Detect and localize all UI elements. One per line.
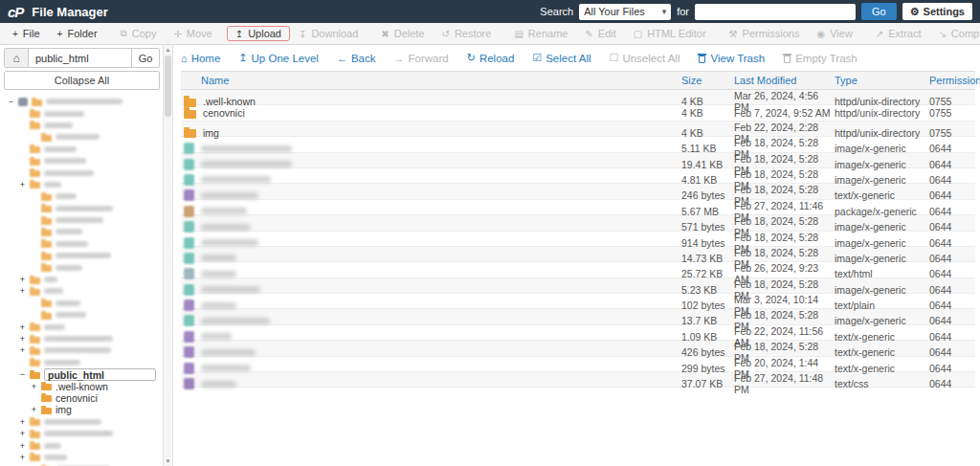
search-go-button[interactable]: Go (861, 3, 897, 20)
file-row[interactable]: 13.7 KBFeb 18, 2024, 5:28 PMimage/x-gene… (181, 309, 975, 324)
tree-item-redacted[interactable]: + (4, 274, 160, 285)
tree-item-cenovnici[interactable]: cenovnici (4, 392, 160, 404)
tree-item-redacted[interactable] (4, 166, 160, 178)
column-header-last-modified[interactable]: Last Modified (734, 75, 835, 86)
expand-icon[interactable]: + (19, 429, 26, 438)
search-input[interactable] (695, 4, 856, 20)
file-row[interactable]: .well-known4 KBMar 26, 2024, 4:56 PMhttp… (181, 90, 975, 105)
file-row[interactable]: 571 bytesFeb 18, 2024, 5:28 PMimage/x-ge… (181, 215, 975, 231)
tree-item-redacted[interactable]: − (4, 96, 160, 107)
file-row[interactable]: 426 bytesFeb 18, 2024, 5:28 PMtext/x-gen… (181, 341, 975, 356)
tree-item-redacted[interactable] (4, 203, 160, 214)
tree-item-redacted[interactable] (4, 214, 160, 226)
file-row[interactable]: cenovnici4 KBFeb 7, 2024, 9:52 AMhttpd/u… (181, 105, 975, 121)
tree-item-redacted[interactable]: + (4, 416, 160, 428)
up-one-level-button[interactable]: ↥Up One Level (238, 52, 319, 64)
expand-icon[interactable]: + (19, 275, 26, 284)
tree-item-redacted[interactable] (4, 226, 160, 237)
expand-icon[interactable]: + (19, 286, 26, 296)
sidebar-scrollbar[interactable]: ▲ ▼ (163, 45, 173, 466)
expand-icon[interactable]: + (19, 180, 26, 189)
tree-item-redacted[interactable] (4, 250, 160, 261)
collapse-all-button[interactable]: Collapse All (4, 71, 160, 90)
tree-item-redacted[interactable] (4, 144, 160, 155)
file-row[interactable]: 1.09 KBFeb 22, 2024, 11:56 AMtext/x-gene… (181, 325, 975, 341)
column-header-permissions[interactable]: Permissions (929, 75, 975, 86)
scroll-down-arrow[interactable]: ▼ (166, 457, 171, 465)
tree-item-redacted[interactable]: + (4, 179, 160, 190)
scroll-up-arrow[interactable]: ▲ (166, 46, 171, 54)
select-all-button[interactable]: ☑Select All (532, 52, 590, 64)
reload-button[interactable]: ↻Reload (467, 52, 515, 64)
file-row[interactable]: 14.73 KBFeb 18, 2024, 5:28 PMimage/x-gen… (181, 247, 975, 262)
collapse-icon[interactable]: − (19, 369, 26, 379)
image-file-icon (184, 159, 194, 170)
tree-item-redacted[interactable]: + (4, 344, 160, 356)
file-row[interactable]: 246 bytesFeb 18, 2024, 5:28 PMtext/x-gen… (181, 184, 975, 199)
view-trash-button[interactable]: View Trash (698, 53, 765, 64)
tree-item-redacted[interactable] (4, 107, 160, 119)
cell-size: 1.09 KB (681, 331, 734, 343)
chevron-down-icon: ▾ (662, 7, 667, 16)
collapse-icon[interactable]: − (8, 97, 14, 106)
column-header-size[interactable]: Size (681, 75, 734, 86)
file-button[interactable]: +File (4, 26, 49, 41)
file-row[interactable]: 299 bytesFeb 20, 2024, 1:44 PMtext/x-gen… (181, 357, 975, 372)
tree-item-redacted[interactable] (4, 120, 160, 131)
file-row[interactable]: 102 bytesMar 3, 2024, 10:14 PMtext/plain… (181, 294, 975, 309)
cell-type: text/plain (835, 300, 929, 311)
tree-item-public-html[interactable]: −public_html (4, 368, 160, 380)
tree-item-redacted[interactable]: + (4, 333, 160, 344)
tree-item-redacted[interactable]: + (4, 439, 160, 451)
cell-permissions: 0644 (929, 363, 975, 374)
home-button[interactable]: ⌂Home (181, 53, 220, 64)
tree-item-img[interactable]: +img (4, 404, 160, 415)
tree-item-redacted[interactable]: + (4, 285, 160, 297)
tree-item-redacted[interactable] (4, 261, 160, 273)
expand-icon[interactable]: + (19, 417, 26, 427)
expand-icon[interactable]: + (31, 405, 37, 414)
file-row[interactable]: 25.72 KBFeb 26, 2024, 9:23 AMtext/html06… (181, 262, 975, 277)
tree-item-redacted[interactable] (4, 309, 160, 321)
path-input[interactable] (29, 49, 131, 67)
file-row[interactable]: 37.07 KBFeb 27, 2024, 11:48 PMtext/css06… (181, 372, 975, 388)
tree-item-redacted[interactable] (4, 298, 160, 309)
column-header-type[interactable]: Type (835, 75, 929, 86)
tree-item-redacted[interactable]: + (4, 428, 160, 439)
path-go-button[interactable]: Go (131, 49, 159, 67)
file-row[interactable]: 5.11 KBFeb 18, 2024, 5:28 PMimage/x-gene… (181, 137, 975, 152)
redacted-tree-label (56, 312, 86, 318)
tree-item-well-known[interactable]: +.well-known (4, 380, 160, 391)
back-button[interactable]: ←Back (337, 53, 376, 64)
expand-icon[interactable]: + (19, 453, 26, 462)
expand-icon[interactable]: + (19, 441, 26, 451)
file-row[interactable]: 5.67 MBFeb 27, 2024, 11:46 PMpackage/x-g… (181, 200, 975, 215)
expand-icon[interactable]: + (19, 345, 26, 355)
search-scope-select[interactable]: All Your Files ▾ (579, 4, 671, 20)
tree-item-redacted[interactable] (4, 131, 160, 143)
file-row[interactable]: 914 bytesFeb 18, 2024, 5:28 PMimage/x-ge… (181, 232, 975, 247)
tree-item-redacted[interactable]: + (4, 321, 160, 332)
home-button[interactable]: ⌂ (5, 49, 29, 67)
home-icon: ⌂ (181, 53, 188, 64)
file-row[interactable]: 19.41 KBFeb 18, 2024, 5:28 PMimage/x-gen… (181, 153, 975, 168)
tree-item-redacted[interactable] (4, 357, 160, 368)
file-row[interactable]: img4 KBFeb 22, 2024, 2:28 PMhttpd/unix-d… (181, 122, 975, 137)
folder-icon (30, 372, 40, 379)
file-row[interactable]: 4.81 KBFeb 18, 2024, 5:28 PMimage/x-gene… (181, 168, 975, 184)
tree-item-redacted[interactable] (4, 155, 160, 166)
folder-button[interactable]: +Folder (49, 26, 106, 41)
settings-button[interactable]: ⚙Settings (902, 3, 972, 20)
expand-icon[interactable]: + (19, 322, 26, 332)
expand-icon[interactable]: + (19, 334, 26, 344)
restore-button: ↺Restore (433, 26, 500, 41)
tree-item-redacted[interactable] (4, 238, 160, 250)
image-file-icon (184, 174, 194, 186)
file-row[interactable]: 5.23 KBFeb 18, 2024, 5:28 PMimage/x-gene… (181, 278, 975, 294)
scrollbar-thumb[interactable] (165, 55, 171, 117)
tree-item-redacted[interactable]: + (4, 452, 160, 463)
column-header-name[interactable]: Name (181, 75, 681, 86)
tree-item-redacted[interactable] (4, 190, 160, 202)
upload-button[interactable]: ↥Upload (227, 26, 290, 41)
expand-icon[interactable]: + (31, 382, 37, 391)
